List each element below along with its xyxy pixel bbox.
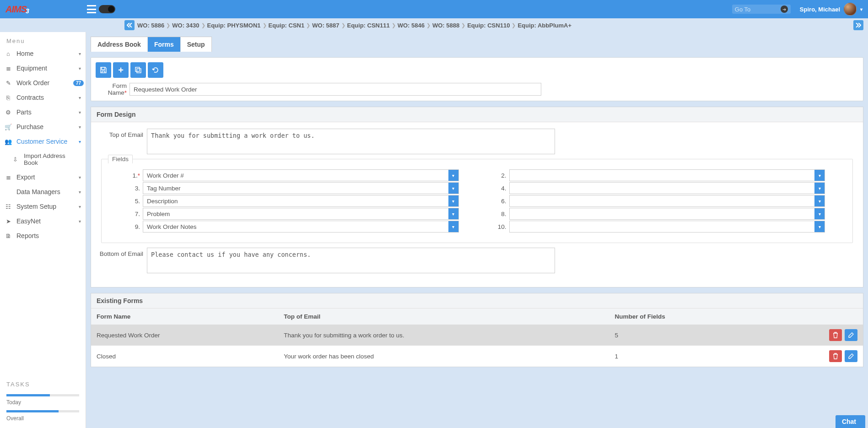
field-combo[interactable]: ▾ [143, 182, 459, 194]
field-row: 3.▾ [129, 182, 459, 194]
sidebar-item-home[interactable]: ⌂Home▾ [0, 46, 86, 61]
progress-bar [6, 410, 79, 412]
field-combo-input[interactable] [143, 195, 448, 206]
field-combo[interactable]: ▾ [509, 195, 825, 207]
chevron-down-icon[interactable]: ▾ [448, 170, 458, 181]
sidebar-item-customer-service[interactable]: 👥Customer Service▾ [0, 134, 86, 149]
sidebar-item-work-order[interactable]: ✎Work Order▾77 [0, 76, 86, 90]
field-combo-input[interactable] [143, 221, 448, 232]
top-header: AIMS3 Go To ➜ Spiro, Michael ▾ [0, 0, 868, 18]
field-combo[interactable]: ▾ [143, 195, 459, 207]
tab-setup[interactable]: Setup [181, 37, 211, 52]
top-email-input[interactable] [147, 129, 555, 154]
chevron-down-icon[interactable]: ▾ [814, 195, 825, 206]
sidebar-item-easynet[interactable]: ➤EasyNet▾ [0, 214, 86, 228]
table-row[interactable]: ClosedYour work order has been closed1 [91, 346, 863, 367]
existing-forms-panel: Existing Forms Form NameTop of EmailNumb… [91, 293, 863, 367]
sidebar-item-icon: 👥 [5, 138, 12, 145]
sidebar-item-reports[interactable]: 🗎Reports [0, 228, 86, 243]
theme-switch[interactable] [99, 5, 115, 13]
breadcrumb-item[interactable]: Equip: CSN1 [269, 22, 305, 29]
field-combo[interactable]: ▾ [509, 182, 825, 194]
table-header: Number of Fields [609, 309, 764, 325]
chevron-down-icon[interactable]: ▾ [814, 221, 825, 232]
field-combo[interactable]: ▾ [509, 208, 825, 220]
breadcrumb-separator-icon: ❯ [306, 22, 310, 28]
chevron-down-icon[interactable]: ▾ [448, 195, 458, 206]
sidebar-item-import-address-book[interactable]: ⇩Import Address Book [0, 149, 86, 170]
goto-label: Go To [735, 6, 750, 13]
breadcrumb-item[interactable]: WO: 5886 [137, 22, 164, 29]
field-number: 4. [496, 185, 507, 192]
chevron-down-icon[interactable]: ▾ [448, 221, 458, 232]
delete-row-button[interactable] [829, 350, 842, 362]
field-combo-input[interactable] [510, 170, 815, 181]
field-combo-input[interactable] [510, 221, 815, 232]
breadcrumb-item[interactable]: WO: 5888 [432, 22, 459, 29]
form-name-input[interactable] [129, 83, 541, 96]
breadcrumb-item[interactable]: WO: 3430 [172, 22, 199, 29]
progress-label: Overall [6, 415, 79, 422]
field-combo-input[interactable] [143, 170, 448, 181]
breadcrumb-item[interactable]: WO: 5887 [312, 22, 339, 29]
nav-forward-button[interactable] [853, 20, 863, 30]
main-content: Address BookFormsSetup + Form Nam [86, 32, 868, 428]
chevron-down-icon: ▾ [860, 7, 863, 12]
chevron-down-icon[interactable]: ▾ [448, 183, 458, 194]
menu-toggle-icon[interactable] [87, 5, 96, 13]
top-email-label: Top of Email [99, 129, 143, 138]
sidebar-item-parts[interactable]: ⚙Parts▾ [0, 105, 86, 119]
sidebar-item-data-managers[interactable]: Data Managers▾ [0, 184, 86, 199]
field-number: 1.* [129, 172, 140, 179]
save-button[interactable] [96, 62, 111, 78]
chat-button[interactable]: Chat [836, 415, 865, 428]
chevron-down-icon[interactable]: ▾ [814, 170, 825, 181]
delete-row-button[interactable] [829, 329, 842, 341]
svg-rect-1 [137, 69, 141, 73]
field-combo-input[interactable] [510, 183, 815, 194]
edit-row-button[interactable] [845, 350, 857, 362]
copy-button[interactable] [130, 62, 146, 78]
goto-button[interactable]: Go To ➜ [732, 5, 791, 14]
table-row[interactable]: Requested Work OrderThank you for submit… [91, 325, 863, 346]
sidebar-item-system-setup[interactable]: ☷System Setup▾ [0, 199, 86, 214]
undo-button[interactable] [148, 62, 163, 78]
chevron-down-icon[interactable]: ▾ [814, 183, 825, 194]
bottom-email-input[interactable] [147, 248, 555, 273]
field-combo[interactable]: ▾ [509, 169, 825, 181]
nav-back-button[interactable] [124, 20, 135, 30]
chevron-down-icon: ▾ [79, 190, 81, 195]
chevron-down-icon[interactable]: ▾ [448, 208, 458, 219]
sidebar-item-icon: 🛒 [5, 124, 12, 130]
field-combo-input[interactable] [143, 183, 448, 194]
breadcrumb-item[interactable]: Equip: AbbPlumA+ [518, 22, 571, 29]
field-combo[interactable]: ▾ [143, 221, 459, 233]
form-design-panel: Form Design Top of Email Fields 1.*▾2.▾3… [91, 107, 863, 287]
user-menu[interactable]: Spiro, Michael ▾ [800, 3, 863, 16]
edit-row-button[interactable] [845, 329, 857, 341]
sidebar-item-export[interactable]: ≣Export▾ [0, 170, 86, 184]
field-combo-input[interactable] [143, 208, 448, 219]
sidebar-item-label: Purchase [16, 123, 43, 130]
breadcrumb-item[interactable]: Equip: CSN111 [347, 22, 390, 29]
tab-address-book[interactable]: Address Book [91, 37, 148, 52]
sidebar-item-equipment[interactable]: ≣Equipment▾ [0, 61, 86, 76]
user-avatar [844, 3, 857, 16]
sidebar-item-contracts[interactable]: ⎘Contracts▾ [0, 90, 86, 105]
breadcrumb-item[interactable]: WO: 5846 [398, 22, 425, 29]
field-combo-input[interactable] [510, 195, 815, 206]
chevron-down-icon[interactable]: ▾ [814, 208, 825, 219]
table-header [764, 309, 863, 325]
breadcrumb-separator-icon: ❯ [512, 22, 516, 28]
add-button[interactable]: + [113, 62, 129, 78]
tab-forms[interactable]: Forms [148, 37, 181, 52]
breadcrumb-item[interactable]: Equip: PHYSMON1 [207, 22, 261, 29]
field-combo[interactable]: ▾ [143, 169, 459, 181]
sidebar-item-purchase[interactable]: 🛒Purchase▾ [0, 119, 86, 134]
field-combo[interactable]: ▾ [143, 208, 459, 220]
field-combo-input[interactable] [510, 208, 815, 219]
breadcrumb-separator-icon: ❯ [201, 22, 205, 28]
cell-form-name: Closed [91, 346, 278, 367]
field-combo[interactable]: ▾ [509, 221, 825, 233]
breadcrumb-item[interactable]: Equip: CSN110 [467, 22, 510, 29]
